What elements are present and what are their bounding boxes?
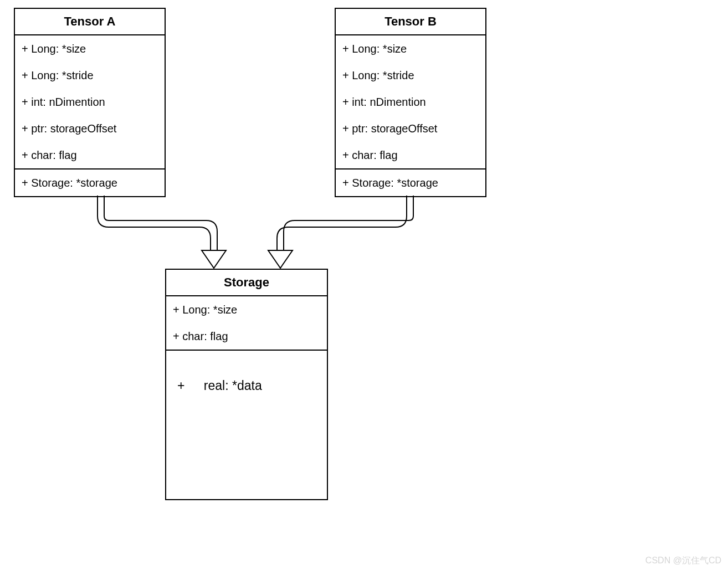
class-box-tensor-b: Tensor B + Long: *size + Long: *stride +… [335,8,486,197]
data-row: + real: *data [166,351,327,404]
arrow-tensor-a-to-storage [98,196,226,268]
data-section: + real: *data [166,351,327,504]
class-title: Storage [166,270,327,296]
attr-row: + Long: *size [15,35,165,62]
class-box-storage: Storage + Long: *size + char: flag + rea… [165,269,328,500]
ref-row: + Storage: *storage [336,170,485,196]
attr-row: + char: flag [166,323,327,350]
plus-symbol: + [177,378,184,393]
attrs-section: + Long: *size + char: flag [166,296,327,351]
attrs-section: + Long: *size + Long: *stride + int: nDi… [15,35,165,170]
attr-row: + Long: *stride [15,62,165,89]
ref-row: + Storage: *storage [15,170,165,196]
attr-row: + int: nDimention [336,89,485,115]
attr-row: + ptr: storageOffset [336,115,485,142]
attr-row: + Long: *size [166,296,327,323]
class-title: Tensor A [15,9,165,35]
class-box-tensor-a: Tensor A + Long: *size + Long: *stride +… [14,8,166,197]
attr-row: + char: flag [336,142,485,168]
class-title: Tensor B [336,9,485,35]
data-label: real: *data [204,378,262,393]
attr-row: + int: nDimention [15,89,165,115]
attrs-section: + Long: *size + Long: *stride + int: nDi… [336,35,485,170]
watermark: CSDN @沉住气CD [645,555,721,567]
attr-row: + Long: *size [336,35,485,62]
attr-row: + char: flag [15,142,165,168]
arrow-tensor-b-to-storage [268,196,413,268]
refs-section: + Storage: *storage [336,170,485,196]
refs-section: + Storage: *storage [15,170,165,196]
attr-row: + Long: *stride [336,62,485,89]
attr-row: + ptr: storageOffset [15,115,165,142]
